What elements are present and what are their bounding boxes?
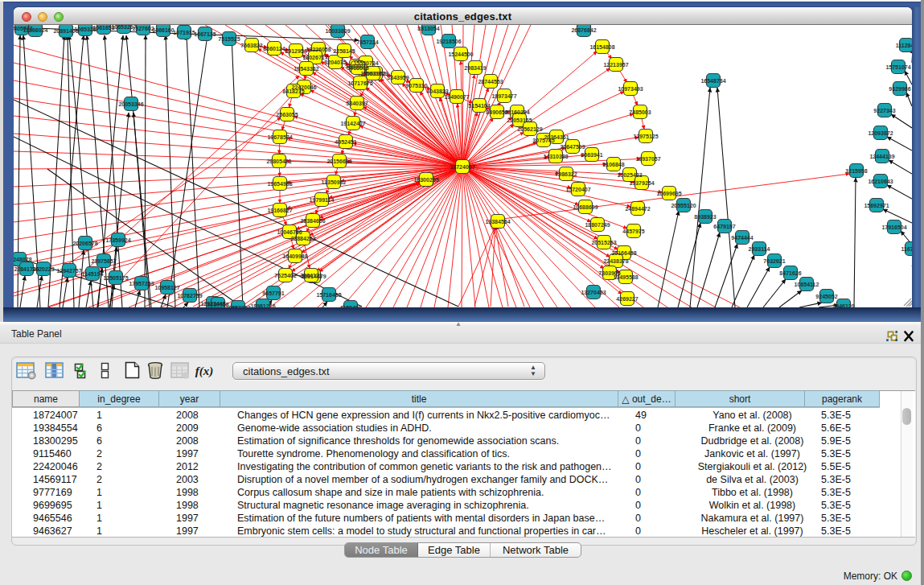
svg-text:1167533: 1167533: [901, 246, 912, 252]
svg-text:2620223: 2620223: [32, 266, 54, 272]
svg-text:9227343: 9227343: [873, 108, 895, 113]
svg-text:4952451: 4952451: [335, 139, 356, 145]
svg-text:19490077: 19490077: [444, 94, 469, 100]
svg-text:20647509: 20647509: [560, 144, 585, 150]
svg-text:16154808: 16154808: [589, 44, 614, 50]
svg-text:18300295: 18300295: [413, 177, 438, 183]
svg-text:5154104: 5154104: [468, 103, 490, 109]
svg-text:10543362: 10543362: [294, 66, 318, 72]
svg-text:10688609: 10688609: [573, 204, 598, 210]
svg-text:12975125: 12975125: [633, 134, 658, 139]
svg-text:8912954: 8912954: [285, 48, 306, 54]
svg-text:5840397: 5840397: [346, 101, 368, 106]
svg-text:19799114: 19799114: [310, 197, 335, 203]
svg-text:16409948: 16409948: [282, 253, 307, 259]
svg-text:20053346: 20053346: [118, 101, 143, 107]
svg-text:2983419: 2983419: [464, 65, 486, 71]
svg-text:24894472: 24894472: [625, 206, 650, 212]
svg-text:8418275: 8418275: [282, 89, 304, 94]
svg-text:19218506: 19218506: [436, 39, 461, 44]
svg-text:8660124: 8660124: [263, 46, 285, 51]
svg-text:8471626: 8471626: [779, 270, 801, 276]
svg-text:1112849: 1112849: [896, 43, 912, 48]
svg-text:7857224: 7857224: [356, 39, 378, 45]
svg-text:7986322: 7986322: [555, 171, 577, 177]
svg-text:20562129: 20562129: [517, 126, 542, 132]
svg-text:8813054: 8813054: [417, 26, 439, 31]
svg-text:7625402: 7625402: [274, 273, 296, 278]
svg-text:19654988: 19654988: [267, 181, 292, 187]
svg-text:3106848: 3106848: [602, 162, 624, 167]
svg-text:6479197: 6479197: [713, 224, 735, 229]
svg-text:8204075: 8204075: [324, 60, 346, 65]
svg-text:11350932: 11350932: [322, 179, 347, 185]
svg-text:19937057: 19937057: [635, 156, 660, 162]
svg-text:16548784: 16548784: [700, 78, 725, 84]
svg-text:22438378: 22438378: [603, 258, 628, 264]
svg-text:3343959: 3343959: [387, 75, 409, 80]
svg-text:15692971: 15692971: [864, 203, 889, 208]
svg-text:1667135: 1667135: [194, 31, 216, 37]
svg-text:13495588: 13495588: [613, 274, 638, 280]
svg-text:19166827: 19166827: [267, 208, 292, 213]
svg-text:9657791: 9657791: [262, 290, 284, 296]
svg-text:20166438: 20166438: [611, 250, 636, 256]
svg-text:2663941: 2663941: [581, 152, 602, 158]
svg-text:10046766: 10046766: [277, 229, 302, 235]
svg-text:3215958: 3215958: [845, 168, 867, 174]
svg-text:16210643: 16210643: [868, 179, 893, 184]
svg-text:20364361: 20364361: [544, 134, 569, 140]
svg-text:18807249: 18807249: [585, 222, 610, 228]
svg-text:19142407: 19142407: [340, 121, 365, 126]
svg-text:10654112: 10654112: [795, 282, 819, 287]
svg-text:20515263: 20515263: [591, 240, 616, 245]
svg-text:15720407: 15720407: [565, 187, 590, 192]
svg-text:f(x): f(x): [195, 365, 214, 378]
svg-text:1071915: 1071915: [173, 30, 195, 35]
svg-text:9075310: 9075310: [405, 83, 427, 89]
svg-text:15716485: 15716485: [316, 292, 341, 298]
svg-text:10699695: 10699695: [656, 191, 681, 196]
svg-text:10717675: 10717675: [347, 80, 372, 86]
svg-text:19384554: 19384554: [485, 219, 510, 225]
svg-text:20555120: 20555120: [671, 203, 696, 208]
svg-text:9245052: 9245052: [815, 294, 837, 299]
svg-text:12942757: 12942757: [56, 268, 81, 274]
svg-text:12213957: 12213957: [603, 62, 628, 68]
svg-text:2563055: 2563055: [276, 112, 298, 117]
svg-text:20206578: 20206578: [72, 241, 97, 246]
svg-text:26876842: 26876842: [571, 27, 596, 33]
svg-text:9474444: 9474444: [731, 235, 753, 241]
svg-text:17359924: 17359924: [105, 237, 130, 243]
svg-text:12444139: 12444139: [869, 154, 894, 159]
svg-text:19379254: 19379254: [629, 180, 654, 186]
svg-text:4269227: 4269227: [616, 296, 638, 302]
svg-text:12505175: 12505175: [103, 275, 128, 281]
svg-text:8938923: 8938923: [694, 214, 716, 220]
svg-text:19678574: 19678574: [267, 134, 292, 140]
svg-text:16033809: 16033809: [325, 28, 350, 34]
svg-text:22160294: 22160294: [504, 109, 529, 115]
svg-text:28744553: 28744553: [478, 79, 503, 84]
svg-text:14248078: 14248078: [14, 257, 32, 262]
svg-text:13270483: 13270483: [581, 290, 606, 295]
svg-text:7663822: 7663822: [240, 43, 262, 48]
svg-text:4457975: 4457975: [622, 229, 644, 234]
svg-text:7515525: 7515525: [218, 36, 240, 42]
svg-text:2933114: 2933114: [749, 246, 770, 252]
svg-text:10782759: 10782759: [177, 293, 202, 299]
svg-text:7064171: 7064171: [300, 273, 322, 278]
svg-text:10958127: 10958127: [154, 285, 179, 290]
svg-text:2258145: 2258145: [333, 48, 355, 54]
svg-text:28384656: 28384656: [300, 218, 325, 224]
svg-text:6466160: 6466160: [152, 27, 174, 33]
svg-text:10973493: 10973493: [618, 86, 643, 92]
svg-text:18724007: 18724007: [450, 164, 474, 170]
svg-text:23975857: 23975857: [91, 258, 116, 264]
svg-text:22053165: 22053165: [507, 117, 532, 123]
svg-text:5468605: 5468605: [347, 65, 368, 71]
svg-text:14310388: 14310388: [543, 154, 568, 159]
svg-text:1527602: 1527602: [132, 26, 154, 31]
svg-text:11866024: 11866024: [23, 27, 48, 33]
svg-text:10025433: 10025433: [617, 172, 642, 178]
